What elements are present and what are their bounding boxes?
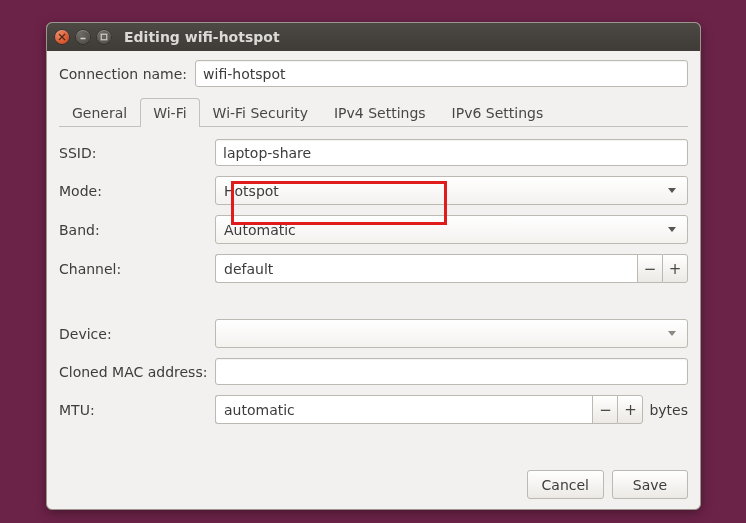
channel-label: Channel:: [59, 261, 215, 277]
device-label: Device:: [59, 326, 215, 342]
device-select[interactable]: [215, 319, 688, 348]
tab-general[interactable]: General: [59, 98, 140, 127]
tab-ipv4-settings[interactable]: IPv4 Settings: [321, 98, 439, 127]
mode-label: Mode:: [59, 183, 215, 199]
tab-ipv6-settings[interactable]: IPv6 Settings: [439, 98, 557, 127]
mtu-spinner: − +: [215, 395, 643, 424]
tab-wifi-security[interactable]: Wi-Fi Security: [200, 98, 321, 127]
dialog-window: Editing wifi-hotspot Connection name: Ge…: [46, 22, 701, 510]
cancel-button[interactable]: Cancel: [527, 470, 604, 499]
cloned-mac-label: Cloned MAC address:: [59, 364, 215, 380]
mode-select[interactable]: Hotspot: [215, 176, 688, 205]
channel-spinner: − +: [215, 254, 688, 283]
mtu-input[interactable]: [215, 395, 592, 424]
mtu-unit: bytes: [643, 402, 688, 418]
save-button[interactable]: Save: [612, 470, 688, 499]
band-select[interactable]: Automatic: [215, 215, 688, 244]
band-select-value: Automatic: [224, 222, 296, 238]
ssid-input[interactable]: [215, 139, 688, 166]
connection-name-input[interactable]: [195, 60, 688, 87]
tab-body-wifi: SSID: Mode: Hotspot Band: Automatic Chan…: [59, 127, 688, 424]
channel-step-down[interactable]: −: [637, 254, 662, 283]
window-title: Editing wifi-hotspot: [124, 29, 280, 45]
ssid-label: SSID:: [59, 145, 215, 161]
channel-input[interactable]: [215, 254, 637, 283]
tab-wifi[interactable]: Wi-Fi: [140, 98, 199, 127]
titlebar: Editing wifi-hotspot: [47, 23, 700, 51]
window-maximize-icon[interactable]: [97, 30, 111, 44]
mtu-step-up[interactable]: +: [617, 395, 643, 424]
tab-strip: General Wi-Fi Wi-Fi Security IPv4 Settin…: [59, 97, 688, 127]
mode-select-value: Hotspot: [224, 183, 279, 199]
band-label: Band:: [59, 222, 215, 238]
connection-name-label: Connection name:: [59, 66, 187, 82]
window-close-icon[interactable]: [55, 30, 69, 44]
cloned-mac-input[interactable]: [215, 358, 688, 385]
channel-step-up[interactable]: +: [662, 254, 688, 283]
window-minimize-icon[interactable]: [76, 30, 90, 44]
svg-rect-3: [101, 34, 107, 40]
mtu-label: MTU:: [59, 402, 215, 418]
mtu-step-down[interactable]: −: [592, 395, 617, 424]
